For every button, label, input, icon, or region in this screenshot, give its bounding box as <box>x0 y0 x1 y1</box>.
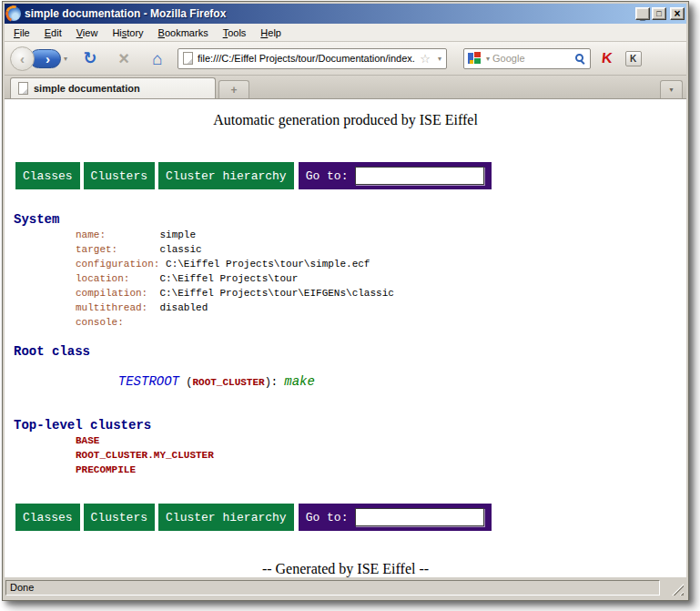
goto-label: Go to: <box>306 169 349 183</box>
root-cluster-link[interactable]: ROOT_CLUSTER <box>192 377 264 388</box>
search-input[interactable] <box>492 53 572 64</box>
history-dropdown-icon[interactable]: ▾ <box>64 55 67 63</box>
cluster-link-precompile[interactable]: PRECOMPILE <box>76 463 686 477</box>
system-row-configuration: configuration: C:\Eiffel Projects\tour\s… <box>76 257 686 271</box>
maximize-icon: □ <box>656 10 661 18</box>
goto-box-bottom: Go to: <box>299 504 492 531</box>
root-feature-link[interactable]: make <box>284 374 315 389</box>
page-favicon <box>183 52 193 65</box>
menu-history[interactable]: History <box>105 25 150 40</box>
url-text[interactable]: file:///C:/Eiffel Projects/tour/Document… <box>198 53 415 64</box>
menu-tools[interactable]: Tools <box>216 25 254 40</box>
status-text: Done <box>5 580 660 596</box>
menu-file[interactable]: File <box>6 25 37 40</box>
menu-bookmarks[interactable]: Bookmarks <box>151 25 216 40</box>
tab-simple-documentation[interactable]: simple documentation <box>10 77 216 98</box>
top-level-clusters-heading: Top-level clusters <box>14 418 686 433</box>
clusters-button-bottom[interactable]: Clusters <box>84 504 155 531</box>
navigation-toolbar: ‹ › ▾ ↻ × ⌂ file:///C:/Eiffel Projects/t… <box>5 42 686 76</box>
search-box[interactable]: ▾ <box>463 48 591 69</box>
system-row-target: target: classic <box>76 242 686 257</box>
url-bar[interactable]: file:///C:/Eiffel Projects/tour/Document… <box>178 48 447 69</box>
page-footer: -- Generated by ISE Eiffel -- For more d… <box>5 560 686 577</box>
menu-edit[interactable]: Edit <box>37 25 69 40</box>
tab-label: simple documentation <box>34 83 140 94</box>
system-row-multithread: multithread: disabled <box>76 300 686 315</box>
maximize-button[interactable]: □ <box>652 7 666 20</box>
clusters-button[interactable]: Clusters <box>84 162 155 189</box>
cluster-link-base[interactable]: BASE <box>76 433 686 448</box>
goto-input[interactable] <box>355 167 484 185</box>
cluster-list: BASE ROOT_CLUSTER.MY_CLUSTER PRECOMPILE <box>76 433 686 477</box>
firefox-icon <box>6 6 21 21</box>
google-icon <box>468 52 481 65</box>
window-controls: _ □ × <box>635 7 685 20</box>
list-all-tabs-button[interactable]: ▾ <box>660 80 683 98</box>
reload-button[interactable]: ↻ <box>79 50 101 66</box>
close-icon: × <box>674 8 680 19</box>
status-bar: Done <box>5 577 686 598</box>
root-class-link[interactable]: TESTROOT <box>118 374 179 389</box>
system-row-compilation: compilation: C:\Eiffel Projects\tour\EIF… <box>76 286 686 300</box>
bookmark-star-icon[interactable]: ☆ <box>420 53 431 65</box>
back-forward-group: ‹ › ▾ <box>10 46 67 71</box>
back-button[interactable]: ‹ <box>10 46 35 71</box>
goto-box: Go to: <box>299 162 492 189</box>
forward-icon: › <box>46 51 50 66</box>
tab-strip: simple documentation + ▾ <box>5 76 686 99</box>
system-heading: System <box>14 212 686 227</box>
classes-button-bottom[interactable]: Classes <box>15 504 80 531</box>
k-toolbar-button[interactable]: K <box>625 51 642 66</box>
menu-view[interactable]: View <box>69 25 106 40</box>
browser-window: simple documentation - Mozilla Firefox _… <box>2 1 689 601</box>
system-properties: name: simple target: classic configurati… <box>76 228 686 330</box>
goto-input-bottom[interactable] <box>355 508 484 526</box>
search-magnifier-icon[interactable] <box>574 53 586 65</box>
close-button[interactable]: × <box>670 7 685 20</box>
menubar: File Edit View History Bookmarks Tools H… <box>5 24 686 42</box>
search-engine-dropdown-icon[interactable]: ▾ <box>486 55 490 63</box>
doc-navbar-top: Classes Clusters Cluster hierarchy Go to… <box>15 162 686 189</box>
goto-label-bottom: Go to: <box>306 511 349 524</box>
tab-favicon <box>18 82 28 95</box>
page-title: Automatic generation produced by ISE Eif… <box>5 111 686 128</box>
generated-by-line: -- Generated by ISE Eiffel -- <box>5 560 686 577</box>
titlebar[interactable]: simple documentation - Mozilla Firefox _… <box>5 4 686 24</box>
root-class-row: TESTROOT (ROOT_CLUSTER): make <box>76 360 686 404</box>
menu-help[interactable]: Help <box>253 25 289 40</box>
cluster-link-root-cluster-my-cluster[interactable]: ROOT_CLUSTER.MY_CLUSTER <box>76 448 686 463</box>
cluster-hierarchy-button-bottom[interactable]: Cluster hierarchy <box>158 504 294 531</box>
system-row-console: console: <box>76 315 686 330</box>
doc-navbar-bottom: Classes Clusters Cluster hierarchy Go to… <box>15 504 686 531</box>
classes-button[interactable]: Classes <box>15 162 80 189</box>
resize-grip[interactable] <box>672 584 684 596</box>
window-title: simple documentation - Mozilla Firefox <box>25 7 632 20</box>
system-row-location: location: C:\Eiffel Projects\tour <box>76 271 686 286</box>
back-icon: ‹ <box>20 51 25 66</box>
system-row-name: name: simple <box>76 228 686 242</box>
root-class-heading: Root class <box>14 344 686 359</box>
new-tab-button[interactable]: + <box>218 80 249 98</box>
home-button[interactable]: ⌂ <box>147 50 168 67</box>
page-content: Automatic generation produced by ISE Eif… <box>5 99 686 577</box>
stop-button[interactable]: × <box>113 49 135 67</box>
minimize-icon: _ <box>640 12 645 21</box>
cluster-hierarchy-button[interactable]: Cluster hierarchy <box>158 162 294 189</box>
kaspersky-icon[interactable]: K <box>601 51 613 66</box>
minimize-button[interactable]: _ <box>635 7 650 20</box>
url-dropdown-icon[interactable]: ▾ <box>438 55 441 63</box>
